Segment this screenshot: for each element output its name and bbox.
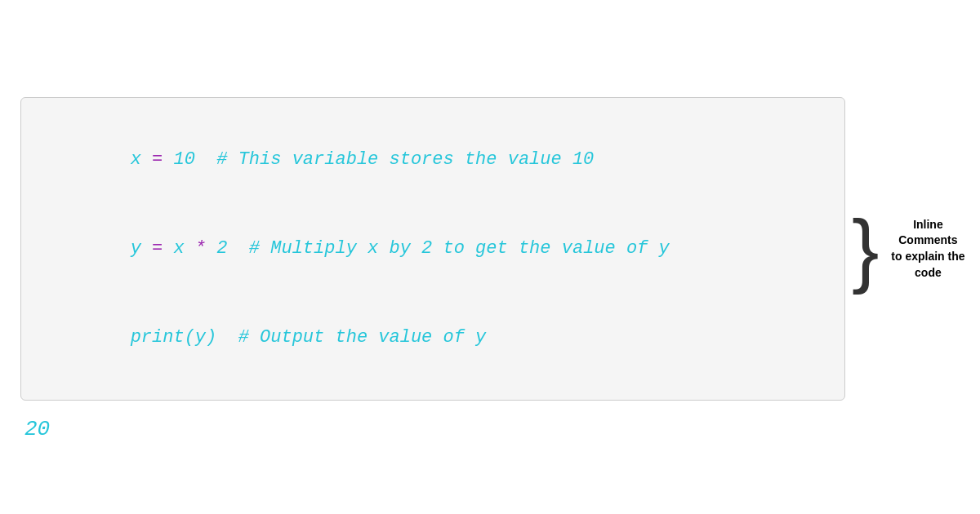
- code-print: print(y): [131, 327, 238, 348]
- code-comment-2: # Multiply x by 2 to get the value of y: [249, 238, 670, 259]
- curly-bracket-icon: }: [852, 208, 879, 290]
- label-code: code: [915, 265, 942, 281]
- code-line-1: x = 10 # This variable stores the value …: [44, 116, 822, 205]
- code-2: 2: [206, 238, 249, 259]
- code-line-2: y = x * 2 # Multiply x by 2 to get the v…: [44, 205, 822, 294]
- code-y: y: [131, 238, 152, 259]
- code-x-ref: x: [163, 238, 195, 259]
- label-to-explain: to explain the: [891, 249, 964, 265]
- output-value: 20: [24, 417, 50, 441]
- bracket-label-area: } Inline Comments to explain the code: [852, 208, 969, 290]
- code-box: x = 10 # This variable stores the value …: [20, 97, 845, 401]
- code-comment-3: # Output the value of y: [238, 327, 487, 348]
- code-multiply: *: [195, 238, 206, 259]
- code-area-wrapper: x = 10 # This variable stores the value …: [20, 97, 960, 401]
- label-inline: Inline: [913, 217, 943, 233]
- code-x: x: [131, 149, 152, 170]
- code-line-3: print(y) # Output the value of y: [44, 293, 822, 382]
- output-area: 20: [20, 417, 50, 441]
- code-equals-2: =: [152, 238, 163, 259]
- code-equals-1: =: [152, 149, 163, 170]
- label-comments: Comments: [898, 233, 957, 249]
- code-comment-1: # This variable stores the value 10: [216, 149, 594, 170]
- main-container: x = 10 # This variable stores the value …: [20, 73, 960, 442]
- code-10: 10: [163, 149, 216, 170]
- inline-comment-label: Inline Comments to explain the code: [887, 217, 969, 281]
